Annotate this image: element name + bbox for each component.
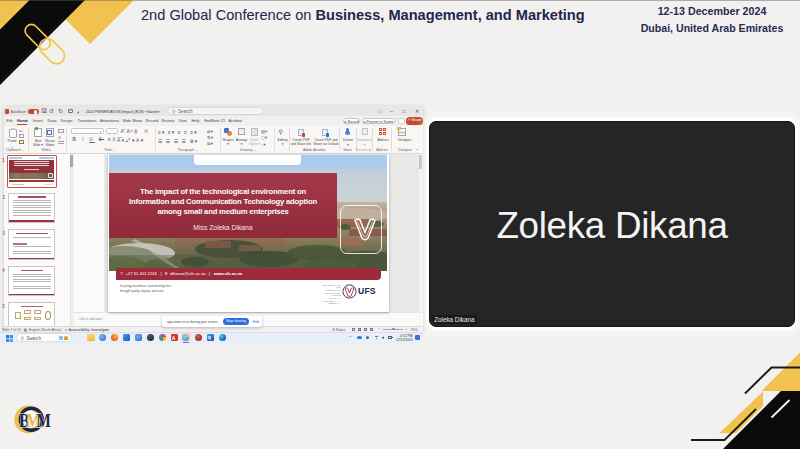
svg-text:M: M: [36, 410, 50, 431]
